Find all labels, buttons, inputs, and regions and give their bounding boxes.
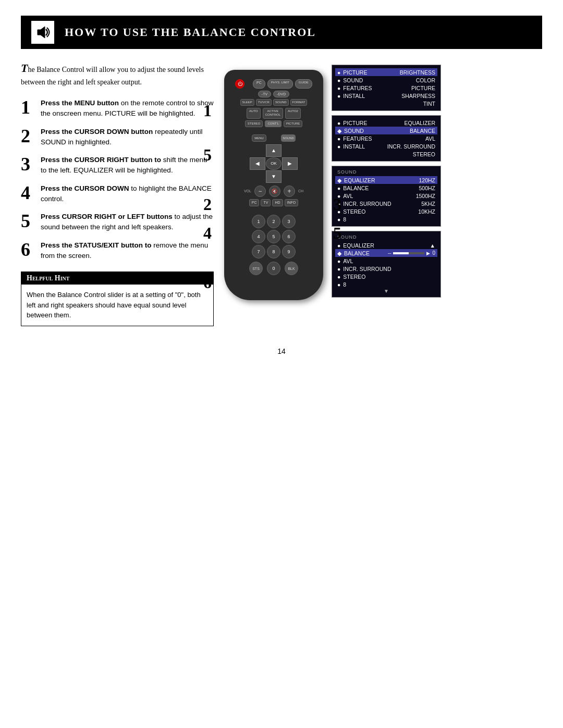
step-6-text: Press the STATUS/EXIT button to remove t… [41, 240, 214, 262]
num-3[interactable]: 3 [282, 215, 296, 228]
menu-item-sound-1: ●SOUND COLOR [337, 76, 435, 84]
menu-screen-3: SOUND ◆EQUALIZER 120HZ ●BALANCE 500HZ ●A… [332, 166, 441, 227]
num-8[interactable]: 8 [267, 245, 280, 258]
remote-step-5-left: 5 [203, 145, 212, 165]
menu-item-avl-3: ●AVL 1500HZ [337, 192, 435, 200]
helpful-hint-content: When the Balance Control slider is at a … [21, 285, 213, 326]
auto2-button[interactable]: AUTO2 [285, 108, 301, 118]
num-0[interactable]: 0 [267, 262, 280, 275]
remote-step-5-right: 5 [333, 224, 341, 243]
menu-item-sound-active: ◆SOUND BALANCE [335, 127, 437, 134]
right-column: 1 5 2 4 3 5 6 ⏻ PC PHYS. LIMIT [224, 59, 542, 326]
step-2-text: Press the CURSOR DOWN button repeatedly … [41, 127, 214, 148]
menu-item-tint: TINT [337, 100, 435, 107]
tv-input[interactable]: TV [261, 199, 271, 206]
menu-item-install-2: ●INSTALL INCR. SURROUND [337, 142, 435, 150]
num-5[interactable]: 5 [267, 230, 280, 243]
hd-input[interactable]: HD [272, 199, 283, 206]
step-4-number: 4 [21, 183, 35, 202]
menu-item-balance-3: ●BALANCE 500HZ [337, 184, 435, 192]
page-title: How to Use the Balance Control [65, 26, 316, 39]
step-3-number: 3 [21, 155, 35, 174]
step-6: 6 Press the STATUS/EXIT button to remove… [21, 240, 214, 262]
vol-minus[interactable]: − [254, 186, 266, 197]
cursor-ok-button[interactable]: OK [266, 157, 282, 170]
step-6-number: 6 [21, 240, 35, 259]
format-button[interactable]: FORMAT [290, 99, 308, 106]
helpful-hint-box: Helpful Hint When the Balance Control sl… [21, 272, 214, 326]
menu-item-features-2: ●FEATURES AVL [337, 134, 435, 142]
num-2[interactable]: 2 [267, 215, 280, 228]
menu-screen-1: ●PICTURE BRIGHTNESS ●SOUND COLOR ●FEATUR… [332, 65, 441, 111]
active-control[interactable]: ACTIVECONTROL [263, 108, 283, 118]
remote-step-2: 2 [203, 195, 212, 214]
guide-button[interactable]: GUIDE [295, 79, 312, 89]
sleep-button[interactable]: SLEEP [240, 99, 254, 106]
sound-button[interactable]: SOUND [273, 99, 289, 106]
picture-button[interactable]: PICTURE [284, 120, 302, 127]
menu-item-features-1: ●FEATURES PICTURE [337, 84, 435, 92]
step-5: 5 Press CURSOR RIGHT or LEFT buttons to … [21, 212, 214, 233]
phys-limit[interactable]: PHYS. LIMIT [267, 79, 293, 89]
info-button[interactable]: INFO [285, 199, 299, 206]
menu-item-avl-4: ●AVL [337, 257, 435, 265]
step-5-number: 5 [21, 212, 35, 230]
num-9[interactable]: 9 [282, 245, 296, 258]
remote-step-6: 6 [203, 273, 212, 292]
cursor-down-button[interactable]: ▼ [266, 170, 282, 183]
intro-paragraph: The Balance Control will allow you to ad… [21, 59, 214, 88]
remote-step-3: 3 [333, 195, 341, 214]
tv-button[interactable]: -TV [258, 91, 271, 97]
menu-screenshots: ●PICTURE BRIGHTNESS ●SOUND COLOR ●FEATUR… [332, 65, 441, 298]
menu-item-stereo-4: ●STEREO [337, 273, 435, 280]
menu-item-8-4: ●8 [337, 280, 435, 288]
menu-item-stereo-2: STEREO [337, 150, 435, 158]
source-button[interactable]: PC [253, 79, 265, 89]
scroll-down-indicator: ▼ [337, 288, 435, 294]
step-1-number: 1 [21, 98, 35, 117]
menu-screen-4: SOUND ●EQUALIZER ▲ ◆BALANCE ─ [332, 231, 441, 298]
num-7[interactable]: 7 [252, 245, 265, 258]
num-4[interactable]: 4 [252, 230, 265, 243]
menu-item-stereo-3: ●STEREO 10KHZ [337, 207, 435, 215]
num-6[interactable]: 6 [282, 230, 296, 243]
menu-button[interactable]: MENU [252, 134, 266, 142]
sound-main-button[interactable]: SOUND [281, 134, 296, 142]
menu-item-equalizer-active: ◆EQUALIZER 120HZ [335, 176, 437, 184]
stereo-button[interactable]: STEREO [245, 120, 263, 127]
helpful-hint-title: Helpful Hint [21, 272, 213, 285]
auto-button[interactable]: AUTO [247, 108, 261, 118]
step-2: 2 Press the CURSOR DOWN button repeatedl… [21, 127, 214, 148]
cursor-left-button[interactable]: ◀ [250, 157, 265, 170]
power-button[interactable]: ⏻ [235, 79, 244, 89]
menu-item-balance-active: ◆BALANCE ─ ▶ 0 [335, 249, 437, 257]
slider-track [393, 252, 424, 254]
step-3-text: Press the CURSOR RIGHT button to shift t… [41, 155, 214, 176]
menu-item-picture-2: ●PICTURE EQUALIZER [337, 119, 435, 127]
tv-vcr-button[interactable]: TV/VCR [256, 99, 272, 106]
step-4-text: Press the CURSOR DOWN to highlight the B… [41, 183, 214, 205]
left-column: The Balance Control will allow you to ad… [21, 59, 214, 326]
numpad: 1 2 3 4 5 6 7 8 9 [232, 215, 315, 258]
remote-control: ⏻ PC PHYS. LIMIT GUIDE -TV -DVD SLEEP [224, 70, 323, 300]
page-number: 14 [0, 347, 563, 355]
status-exit-button[interactable]: STS [249, 262, 263, 275]
step-3: 3 Press the CURSOR RIGHT button to shift… [21, 155, 214, 176]
cursor-up-button[interactable]: ▲ [266, 144, 282, 157]
cursor-right-button[interactable]: ▶ [282, 157, 298, 170]
intro-text: he Balance Control will allow you to adj… [21, 66, 204, 86]
step-1-text: Press the MENU button on the remote cont… [41, 98, 214, 119]
step-2-number: 2 [21, 127, 35, 145]
menu-item-picture-active: ●PICTURE BRIGHTNESS [335, 68, 437, 76]
dvd-button[interactable]: -DVD [273, 91, 289, 97]
contrast-button[interactable]: CONT'L [265, 120, 281, 127]
blank-button[interactable]: BLK [285, 262, 298, 275]
num-1[interactable]: 1 [252, 215, 265, 228]
speaker-icon [31, 21, 54, 44]
menu-item-incr-surround-3: ●INCR. SURROUND 5KHZ [337, 200, 435, 207]
vol-plus[interactable]: + [284, 186, 295, 197]
svg-marker-0 [38, 27, 45, 38]
step-1: 1 Press the MENU button on the remote co… [21, 98, 214, 119]
pc-input[interactable]: PC [249, 199, 260, 206]
mute-button[interactable]: 🔇 [269, 186, 280, 197]
